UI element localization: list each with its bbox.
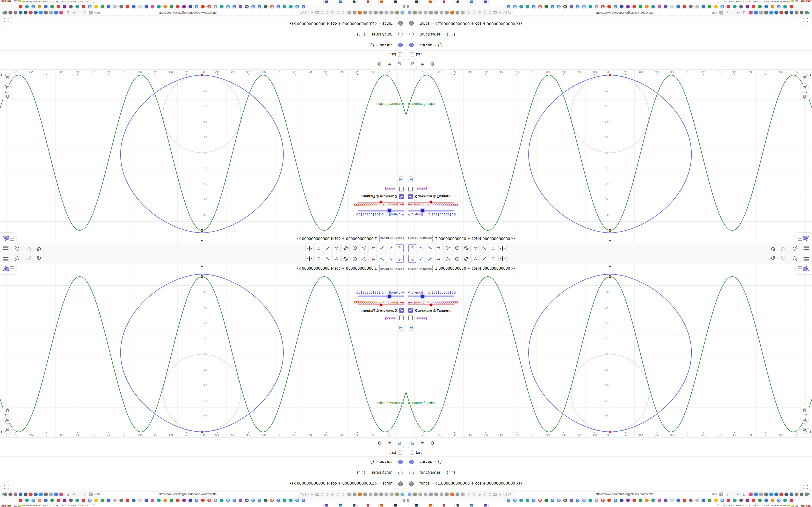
extension-icon[interactable] — [59, 493, 63, 496]
tab-favicon[interactable] — [739, 499, 743, 502]
back-arrow-icon[interactable]: ← — [310, 492, 314, 496]
tab-favicon[interactable] — [163, 5, 167, 8]
tab-favicon[interactable] — [771, 5, 774, 8]
taskbar-app-button[interactable] — [392, 0, 399, 4]
extension-icon[interactable] — [418, 493, 422, 496]
tab-favicon[interactable]: G — [557, 499, 561, 502]
tab-favicon[interactable] — [752, 5, 755, 8]
tab-favicon[interactable] — [626, 499, 630, 502]
folder-icon[interactable] — [493, 10, 497, 14]
tab-favicon[interactable] — [620, 5, 623, 8]
tab-favicon[interactable]: R — [538, 499, 542, 502]
tab-favicon[interactable] — [113, 5, 117, 8]
extension-icon[interactable] — [769, 493, 773, 496]
zoom-out-button[interactable] — [4, 73, 11, 81]
extension-icon[interactable] — [49, 11, 53, 14]
graphics-stylebar-button[interactable] — [796, 233, 812, 244]
extension-icon[interactable] — [8, 11, 12, 14]
tool-perpendicular-line-button[interactable] — [368, 244, 377, 252]
visibility-marble[interactable] — [398, 32, 403, 37]
tab-favicon[interactable] — [714, 499, 718, 502]
step-forward-button[interactable] — [408, 325, 414, 331]
extension-icon[interactable] — [358, 493, 362, 496]
bookmark-star-icon[interactable]: ☆ — [84, 492, 87, 497]
home-button[interactable] — [3, 406, 12, 414]
arc-length-slider[interactable] — [408, 210, 454, 212]
tool-ellipse-button[interactable] — [462, 255, 470, 263]
taskbar-app-button[interactable] — [427, 503, 434, 507]
tool-move-graphics-button[interactable] — [305, 244, 314, 252]
tab-favicon[interactable] — [57, 499, 60, 502]
urlbar-dot-5[interactable] — [321, 11, 323, 14]
extension-icon[interactable] — [385, 493, 388, 496]
tab-favicon[interactable] — [289, 499, 293, 502]
algebra-fx-button[interactable]: fx — [418, 439, 426, 447]
tab-favicon[interactable]: R — [207, 499, 211, 502]
taskbar-app-button[interactable] — [454, 503, 461, 507]
tab-favicon[interactable] — [38, 5, 41, 8]
tracing-checkbox[interactable] — [408, 316, 413, 320]
extension-icon[interactable] — [408, 11, 412, 14]
tab-favicon[interactable] — [119, 499, 123, 502]
reload-icon[interactable]: ↻ — [72, 10, 75, 15]
tab-favicon[interactable]: G — [233, 5, 236, 8]
tool-point-button[interactable]: A — [417, 255, 425, 263]
urlbar-dot-1[interactable] — [468, 493, 470, 496]
tab-favicon[interactable] — [607, 5, 611, 8]
tab-favicon[interactable]: G — [513, 5, 517, 8]
extension-icon[interactable] — [347, 493, 351, 496]
tab-favicon[interactable]: G — [226, 5, 230, 8]
extension-icon[interactable] — [54, 11, 58, 14]
tab-favicon[interactable] — [639, 5, 642, 8]
extension-icon[interactable] — [29, 11, 33, 14]
tab-favicon[interactable] — [526, 499, 529, 502]
taskbar-app-button[interactable] — [323, 0, 330, 4]
extension-icon[interactable] — [353, 11, 356, 14]
arc-length-slider[interactable] — [408, 295, 454, 297]
arc-position-slider-knob[interactable] — [430, 201, 432, 203]
tab-favicon[interactable] — [790, 499, 793, 502]
urlbar-dot-1[interactable] — [468, 11, 470, 14]
extension-icon[interactable] — [18, 11, 22, 14]
tab-favicon[interactable] — [702, 499, 705, 502]
extension-icon[interactable] — [429, 11, 433, 14]
urlbar-dot-3[interactable] — [478, 493, 481, 496]
extension-icon[interactable] — [24, 11, 28, 14]
taskbar-app-button[interactable]: 64 — [337, 0, 344, 4]
tool-reflect-button[interactable] — [480, 244, 489, 252]
tab-favicon[interactable]: W — [563, 5, 567, 8]
extension-icon[interactable] — [759, 11, 763, 14]
extension-icon[interactable] — [779, 493, 783, 496]
extension-icon[interactable] — [774, 493, 778, 496]
download-icon[interactable]: ↓ — [68, 11, 69, 15]
taskbar-app-button[interactable] — [454, 0, 461, 4]
graph-canvas[interactable]: 0.20.40.60.811.21.41.61.82-2.4-2.2-2-1.8… — [406, 69, 812, 243]
collapse-icon[interactable]: − — [398, 451, 402, 455]
tool-polygon-button[interactable] — [444, 244, 452, 252]
download-icon[interactable]: ↓ — [743, 11, 745, 15]
algebra-row-curves[interactable]: curves = {} — [406, 40, 812, 51]
browser-menu-icon[interactable] — [807, 493, 810, 495]
zoom-out-button[interactable] — [801, 426, 808, 434]
tab-favicon[interactable] — [702, 5, 705, 8]
extension-icon[interactable] — [434, 493, 438, 496]
tab-favicon[interactable] — [620, 499, 623, 502]
curvature-tangent-checkbox[interactable] — [399, 194, 404, 199]
tray-expand-icon[interactable]: ^ — [93, 1, 95, 3]
urlbar-dot-3[interactable] — [331, 11, 334, 14]
extension-icon[interactable] — [395, 493, 399, 496]
extension-icon[interactable] — [39, 493, 43, 496]
algebra-tree-view-button[interactable] — [395, 439, 404, 448]
tab-favicon[interactable] — [651, 499, 655, 502]
visibility-marble[interactable] — [398, 460, 403, 464]
extension-icon[interactable] — [379, 11, 383, 14]
tab-favicon[interactable] — [63, 5, 66, 8]
tab-favicon[interactable]: i — [595, 499, 598, 502]
tab-favicon[interactable] — [44, 5, 48, 8]
extension-icon[interactable] — [434, 11, 438, 14]
extension-icon[interactable] — [418, 11, 422, 14]
tab-favicon[interactable] — [790, 5, 793, 8]
algebra-kebab-menu[interactable]: ⋮ — [368, 439, 373, 447]
tab-favicon[interactable] — [189, 5, 192, 8]
tool-move-graphics-button[interactable] — [305, 255, 314, 263]
